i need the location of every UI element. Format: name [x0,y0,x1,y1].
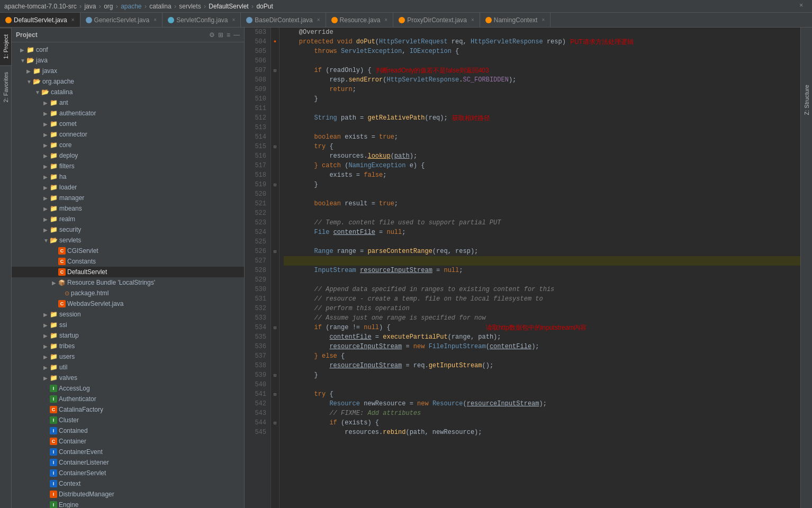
tree-label: package.html [71,289,109,297]
project-sidebar: Project ⚙ ⊞ ≡ — ▶ 📁 conf ▼ 📂 java [12,28,245,508]
tab-namingcontext[interactable]: NamingContext × [480,13,551,27]
tree-item-util[interactable]: ▶📁util [12,362,244,373]
tree-item-contained[interactable]: IContained [12,425,244,436]
tab-proxydircontext[interactable]: ProxyDirContext.java × [393,13,480,27]
left-tab-project[interactable]: 1: Project [0,28,11,65]
folder-icon: 📁 [50,311,58,318]
tree-label: connector [59,131,87,138]
tab-genericservlet[interactable]: GenericServlet.java × [80,13,163,27]
tree-arrow: ▶ [43,174,50,180]
tree-item-realm[interactable]: ▶📁realm [12,214,244,224]
file-icon: I [50,448,57,456]
tab-close-icon[interactable]: × [471,17,474,23]
tree-item-comet[interactable]: ▶📁comet [12,119,244,129]
tree-item-tribes[interactable]: ▶📁tribes [12,341,244,351]
tree-item-ha[interactable]: ▶📁ha [12,171,244,182]
tree-item-loader[interactable]: ▶📁loader [12,182,244,193]
tree-item-javax[interactable]: ▶ 📁 javax [12,66,244,76]
tree-item-filters[interactable]: ▶📁filters [12,161,244,171]
right-tab-structure[interactable]: Z: Structure [801,80,812,119]
tab-label: ServletConfig.java [176,16,228,24]
tree-arrow: ▶ [43,312,50,318]
tree-item-distributedmanager[interactable]: IDistributedManager [12,489,244,500]
tree-item-webdavservlet[interactable]: C WebdavServlet.java [12,298,244,309]
tree-item-accesslog[interactable]: IAccessLog [12,383,244,394]
tree-item-engine[interactable]: IEngine [12,500,244,508]
tree-arrow: ▶ [43,375,50,381]
tree-label: ha [59,173,66,180]
tree-arrow: ▶ [43,322,50,328]
tree-item-packagehtml[interactable]: ⊙ package.html [12,288,244,298]
tree-item-containerevent[interactable]: IContainerEvent [12,447,244,457]
tree-label: ContainerListener [59,459,109,466]
tab-resource[interactable]: Resource.java × [326,13,394,27]
left-tab-favorites[interactable]: 2: Favorites [0,65,11,108]
code-lines[interactable]: @Override protected void doPut(HttpServl… [279,28,800,508]
tree-item-catalinafactory[interactable]: CCatalinaFactory [12,404,244,415]
tree-arrow: ▼ [20,58,26,64]
sidebar-header: Project ⚙ ⊞ ≡ — [12,28,244,42]
code-line: // Append data specified in ranges to ex… [284,285,800,294]
tree-label: users [59,353,75,360]
folder-icon: 📁 [50,374,58,382]
tree-item-security[interactable]: ▶📁security [12,224,244,235]
tree-label: ant [59,99,68,106]
tree-item-authenticator[interactable]: ▶📁authenticator [12,108,244,119]
tree-item-cluster[interactable]: ICluster [12,415,244,425]
tree-item-startup[interactable]: ▶📁startup [12,330,244,341]
tree-item-container[interactable]: CContainer [12,436,244,447]
code-line: @Override [284,28,800,37]
tab-servletconfig[interactable]: ServletConfig.java × [163,13,241,27]
tree-item-constants[interactable]: C Constants [12,256,244,267]
tree-item-orgapache[interactable]: ▼ 📂 org.apache [12,76,244,87]
code-line: if (readOnly) { 判断readOnly的值若不是false则返回4… [284,66,800,75]
tree-arrow: ▶ [43,216,50,222]
code-line: resources.lookup(path); [284,151,800,161]
layout-icon[interactable]: ⊞ [218,31,223,39]
tab-close-icon[interactable]: × [317,17,320,23]
folder-icon: 📁 [50,364,58,371]
tab-close-icon[interactable]: × [542,17,545,23]
tree-item-deploy[interactable]: ▶📁deploy [12,150,244,161]
tree-item-conf[interactable]: ▶ 📁 conf [12,44,244,55]
tree-item-ant[interactable]: ▶📁ant [12,97,244,108]
tree-item-session[interactable]: ▶📁session [12,309,244,320]
code-editor[interactable]: 503504505506 507508509510 511512513514 5… [245,28,800,508]
tab-basedircontext[interactable]: BaseDirContext.java × [241,13,326,27]
minimize-icon[interactable]: — [233,31,240,39]
tree-item-authenticator[interactable]: IAuthenticator [12,394,244,404]
tree-item-connector[interactable]: ▶📁connector [12,129,244,140]
tree-item-servlets[interactable]: ▼ 📂 servlets [12,235,244,246]
gear-icon[interactable]: ≡ [227,31,230,39]
tab-close-icon[interactable]: × [154,17,157,23]
tab-close-icon[interactable]: × [71,17,75,23]
tree-label: realm [59,215,75,223]
tab-close-icon[interactable]: × [232,17,236,23]
code-line: resources.rebind(path, newResource); [284,428,800,437]
code-line: boolean result = true; [284,199,800,208]
tree-item-java[interactable]: ▼ 📂 java [12,55,244,66]
tree-item-users[interactable]: ▶📁users [12,351,244,362]
tree-item-containerservlet[interactable]: IContainerServlet [12,468,244,478]
tree-item-cgiservlet[interactable]: C CGIServlet [12,246,244,256]
tree-label: Resource Bundle 'LocalStrings' [67,279,155,286]
tree-item-core[interactable]: ▶📁core [12,140,244,150]
tree-arrow: ▶ [43,142,50,148]
settings-icon[interactable]: ⚙ [209,31,215,39]
tree-arrow: ▼ [35,89,41,95]
tree-item-localstrings[interactable]: ▶ 📦 Resource Bundle 'LocalStrings' [12,277,244,288]
folder-icon: 📁 [50,110,58,117]
tab-defaultservlet[interactable]: DefaultServlet.java × [0,13,80,27]
folder-icon: 📁 [50,353,58,360]
tree-item-context[interactable]: IContext [12,478,244,489]
code-line [284,56,800,66]
tree-item-valves[interactable]: ▶📁valves [12,373,244,383]
tree-item-defaultservlet[interactable]: C DefaultServlet [12,267,244,277]
tree-item-manager[interactable]: ▶📁manager [12,193,244,203]
tree-item-ssi[interactable]: ▶📁ssi [12,320,244,330]
tree-item-mbeans[interactable]: ▶📁mbeans [12,203,244,214]
tree-item-catalina[interactable]: ▼ 📂 catalina [12,87,244,97]
tab-close-icon[interactable]: × [384,17,387,23]
tree-item-containerlistener[interactable]: IContainerListener [12,457,244,468]
close-icon[interactable]: × [799,2,808,11]
